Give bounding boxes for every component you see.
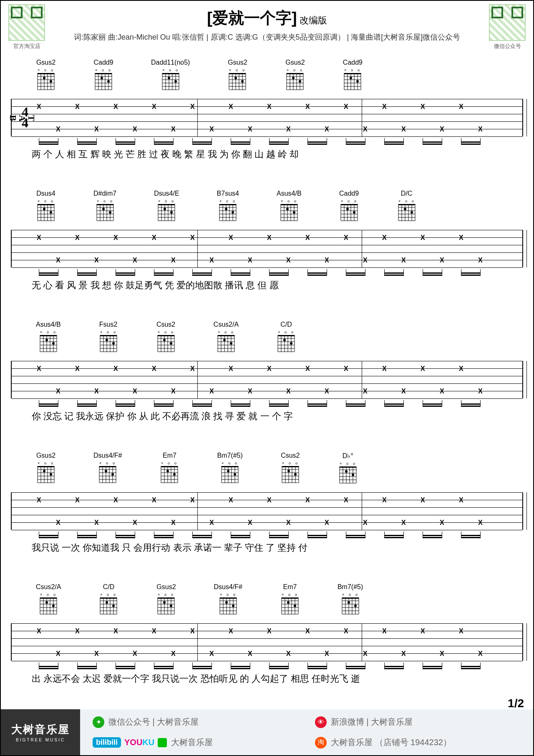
chord: B7sus4×oo [217, 190, 239, 222]
svg-text:o: o [349, 592, 351, 597]
tab-note: X [248, 257, 252, 264]
svg-point-322 [50, 473, 52, 476]
svg-rect-207 [398, 204, 415, 205]
chord-name: Dsus4/F# [93, 452, 122, 459]
svg-text:×: × [97, 199, 99, 203]
svg-point-253 [106, 339, 108, 341]
chord-diagram-icon: ×oo [93, 68, 113, 91]
tab-note: X [37, 103, 41, 111]
weibo-icon: 👁 [315, 716, 327, 728]
chord: Asus4/B×oo [36, 321, 61, 353]
svg-text:o: o [53, 330, 55, 334]
svg-text:o: o [168, 461, 170, 465]
svg-text:×: × [99, 461, 101, 465]
svg-text:o: o [228, 461, 230, 465]
svg-rect-241 [100, 335, 117, 336]
svg-text:o: o [233, 199, 235, 203]
song-title: [爱就一个字]改编版 [9, 8, 525, 29]
tab-note: X [344, 234, 348, 242]
link-weibo: 👁 新浪微博 | 大树音乐屋 [315, 716, 521, 728]
tab-note: X [171, 388, 176, 395]
svg-point-356 [173, 473, 176, 476]
tab-note: X [133, 257, 137, 264]
tab-note: X [363, 650, 368, 658]
svg-text:×: × [100, 330, 102, 334]
svg-rect-173 [281, 204, 297, 205]
tab-note: X [459, 234, 463, 242]
svg-point-67 [241, 80, 244, 83]
svg-text:×: × [222, 461, 224, 465]
chord-diagram-icon: ×oo [156, 199, 176, 222]
svg-text:o: o [44, 199, 46, 203]
tab-note: X [478, 388, 483, 395]
tab-note: X [209, 650, 214, 658]
svg-rect-20 [95, 73, 112, 74]
tab-note: X [459, 627, 463, 635]
tab-note: X [133, 650, 137, 658]
svg-rect-445 [158, 597, 174, 599]
tab-note: X [75, 234, 80, 242]
tab-note: X [305, 496, 310, 504]
tab-note: X [344, 496, 348, 504]
svg-text:×: × [158, 199, 160, 203]
svg-text:o: o [107, 330, 109, 334]
svg-point-15 [43, 77, 45, 79]
svg-point-100 [350, 77, 352, 79]
taobao-text: 大树音乐屋 （店铺号 1944232） [331, 737, 451, 748]
svg-text:o: o [171, 330, 173, 334]
chord-name: D#dim7 [93, 190, 116, 197]
chord-diagram-icon: ×oo [279, 199, 299, 222]
chord: D/C×oo [397, 190, 417, 222]
svg-point-406 [345, 470, 348, 473]
svg-text:o: o [291, 330, 293, 334]
qr-code-icon [489, 4, 526, 41]
brand-cn: 大树音乐屋 [11, 722, 70, 737]
svg-point-33 [107, 80, 110, 83]
tab-note: X [382, 103, 387, 111]
tab-note: X [382, 365, 387, 373]
chord-row: Gsus2×ooCadd9×ooDadd11(no5)×ooGsus2×ooGs… [36, 59, 523, 91]
chord: D#dim7×oo [93, 190, 116, 222]
chord-name: Csus2/A [214, 321, 239, 328]
tab-note: X [171, 257, 176, 264]
tab-note: X [56, 388, 60, 395]
lyrics-line: 出 永远不会 太迟 爱就一个字 我只说一次 恐怕听见 的 人勾起了 相思 任时光… [32, 673, 523, 685]
svg-rect-292 [278, 335, 295, 336]
svg-rect-326 [99, 466, 116, 467]
chord-name: Asus4/B [36, 321, 61, 328]
tab-note: X [401, 519, 406, 527]
chord: Cadd9×oo [339, 190, 359, 222]
lyrics-line: 无 心 看 风 景 我 想 你 鼓足勇气 凭 爱的地图散 播讯 息 但 愿 [32, 279, 523, 292]
svg-point-407 [352, 474, 354, 476]
svg-point-509 [354, 605, 357, 607]
svg-point-508 [348, 601, 350, 604]
tab-note: X [209, 257, 214, 264]
svg-text:o: o [236, 68, 238, 72]
svg-rect-428 [100, 597, 117, 599]
chord: Cadd9×oo [343, 59, 363, 91]
footer-links: 1/2 ✦ 微信公众号 | 大树音乐屋 👁 新浪微博 | 大树音乐屋 bilib… [80, 709, 533, 755]
qr-code-icon [8, 4, 45, 41]
svg-text:o: o [287, 199, 290, 203]
tab-note: X [229, 496, 233, 504]
svg-rect-496 [342, 597, 359, 599]
chord: Dadd11(no5)×oo [151, 59, 190, 91]
chord: C/D×oo [276, 321, 296, 353]
chord-diagram-icon: ×oo [98, 330, 118, 353]
tab-note: X [113, 103, 118, 111]
header: 官方淘宝店 微信公众号 [爱就一个字]改编版 词:陈家丽 曲:Jean-Mich… [1, 1, 533, 46]
tab-note: X [440, 257, 444, 264]
svg-text:o: o [295, 592, 297, 597]
svg-text:o: o [102, 68, 104, 72]
tab-note: X [478, 257, 483, 264]
chord-row: Csus2/A×ooC/D×ooGsus2×ooDsus4/F#×ooEm7×o… [36, 583, 523, 616]
tab-system: Csus2/A×ooC/D×ooGsus2×ooDsus4/F#×ooEm7×o… [11, 583, 523, 685]
svg-text:×: × [341, 199, 343, 203]
tab-note: X [56, 257, 60, 264]
svg-text:o: o [47, 592, 49, 597]
chord-name: Em7 [283, 583, 297, 591]
svg-point-66 [234, 77, 237, 79]
chord-diagram-icon: ×oo [343, 68, 363, 91]
svg-rect-309 [38, 466, 54, 467]
tab-note: X [171, 519, 176, 527]
